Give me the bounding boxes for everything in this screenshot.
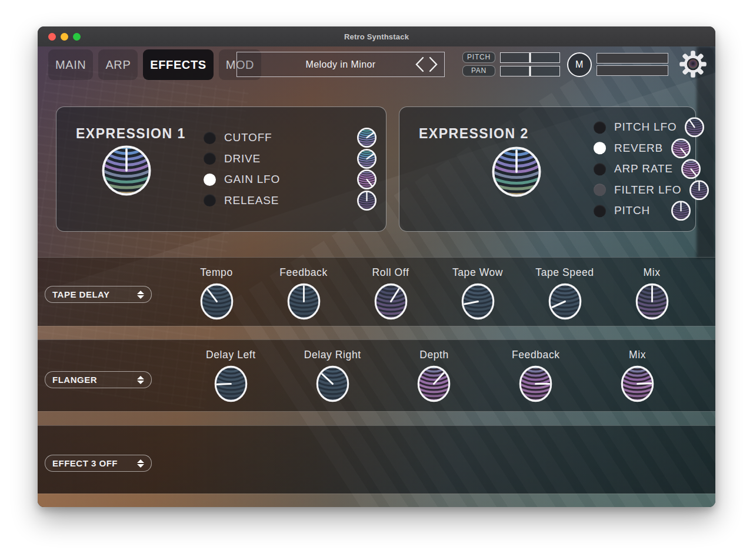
expression1-panel: EXPRESSION 1 CUTOFF DRIVE GAIN LFO RELEA… [56,106,387,232]
knob-label: Mix [629,347,646,362]
traffic-lights [48,26,81,46]
radio-button[interactable] [594,184,606,196]
preset-name: Melody in Minor [306,59,376,70]
zoom-button[interactable] [73,33,81,41]
effect3-selector[interactable]: EFFECT 3 OFF [45,455,152,472]
effect1-knobs: Tempo Feedback Roll Off Tape Wow Tape Sp… [173,265,695,322]
radio-button[interactable] [594,142,606,155]
effect-knob-cell: Roll Off [347,265,434,322]
band-divider [38,326,715,339]
knob-label: Delay Right [304,347,361,362]
option-label: GAIN LFO [224,173,349,186]
knob-label: Feedback [279,265,328,280]
radio-button[interactable] [594,163,606,175]
mini-knob[interactable] [685,118,704,138]
desktop-background: Retro Synthstack MAINARPEFFECTSMOD Melod… [0,0,753,560]
mini-knob[interactable] [671,138,691,158]
tab-label: ARP [105,58,131,72]
preset-selector[interactable]: Melody in Minor [236,52,445,77]
effect-knob-cell: Feedback [485,347,587,408]
pan-slider-thumb[interactable] [529,66,531,76]
chevron-left-icon[interactable] [415,56,425,72]
mini-knob[interactable] [357,191,376,211]
mini-knob[interactable] [357,149,376,169]
radio-button[interactable] [594,205,606,217]
expression-option: CUTOFF [204,128,376,149]
expression2-title: EXPRESSION 2 [419,126,529,142]
option-label: CUTOFF [224,131,349,144]
knob-label: Tape Wow [452,265,503,280]
effect-knob-cell: Tape Wow [434,265,521,322]
effect2-selector-label: FLANGER [52,375,97,385]
expression2-knob[interactable] [491,146,542,198]
pan-slider[interactable] [500,66,560,76]
expression-option: PITCH LFO [594,117,691,138]
option-label: RELEASE [224,194,349,207]
chevron-right-icon[interactable] [428,56,438,72]
pitch-label: PITCH [462,52,495,63]
expression-option: DRIVE [204,148,376,169]
mono-button-label: M [575,59,584,70]
effect-knob[interactable] [548,283,582,320]
window-title: Retro Synthstack [344,32,409,41]
expression1-options: CUTOFF DRIVE GAIN LFO RELEASE [204,128,376,211]
effect2-knobs: Delay Left Delay Right Depth Feedback Mi… [180,347,688,408]
mini-knob[interactable] [357,128,376,148]
effect1-band: TAPE DELAY Tempo Feedback Roll Off Tape … [38,257,715,326]
mono-button[interactable]: M [567,52,592,77]
knob-label: Tape Speed [535,265,594,280]
radio-button[interactable] [594,121,606,134]
expression1-knob[interactable] [101,145,152,196]
mini-knob[interactable] [671,201,691,221]
knob-label: Mix [643,265,660,280]
expression1-title: EXPRESSION 1 [76,126,186,142]
effect-knob[interactable] [461,283,495,320]
radio-button[interactable] [204,194,216,206]
effect-knob[interactable] [374,283,408,320]
effect-knob[interactable] [417,365,451,402]
option-label: DRIVE [224,152,349,165]
effect-knob-cell: Delay Right [282,347,384,408]
minimize-button[interactable] [61,33,68,41]
mini-knob[interactable] [681,159,701,179]
tab-main[interactable]: MAIN [48,49,93,80]
close-button[interactable] [48,33,56,41]
effect-knob-cell: Tape Speed [521,265,608,322]
effect-knob[interactable] [635,283,669,320]
radio-button[interactable] [204,174,216,186]
tab-arp[interactable]: ARP [98,49,138,80]
tab-effects[interactable]: EFFECTS [143,49,213,80]
titlebar[interactable]: Retro Synthstack [38,26,715,46]
pitch-slider[interactable] [500,52,560,63]
effect-knob[interactable] [519,365,552,402]
effect1-selector-label: TAPE DELAY [52,289,110,299]
effect-knob[interactable] [200,283,234,320]
effect-knob-cell: Feedback [260,265,347,322]
expression-option: RELEASE [204,190,376,211]
dropdown-arrows-icon [137,291,144,299]
effect-knob[interactable] [214,365,248,402]
effect-knob-cell: Mix [587,347,688,408]
knob-label: Depth [419,347,449,362]
effect-knob[interactable] [621,365,654,402]
expression-option: FILTER LFO [594,179,691,201]
mini-knob[interactable] [357,169,376,189]
effect-knob[interactable] [316,365,349,402]
knob-label: Delay Left [206,347,256,362]
knob-label: Tempo [200,265,233,280]
effect-knob-cell: Tempo [173,265,260,322]
expression-option: PITCH [594,201,691,222]
effect-knob[interactable] [287,283,321,320]
radio-button[interactable] [204,152,216,165]
pan-label: PAN [462,65,495,76]
settings-gear-icon[interactable] [679,50,707,78]
pitch-slider-thumb[interactable] [529,53,531,62]
dropdown-arrows-icon [137,459,144,468]
dropdown-arrows-icon [137,376,144,384]
mini-knob[interactable] [689,180,709,200]
plugin-ui: MAINARPEFFECTSMOD Melody in Minor PITCH [38,46,715,507]
effect1-selector[interactable]: TAPE DELAY [45,286,152,303]
expression-option: ARP RATE [594,159,691,180]
radio-button[interactable] [204,132,216,144]
effect2-selector[interactable]: FLANGER [45,371,152,388]
